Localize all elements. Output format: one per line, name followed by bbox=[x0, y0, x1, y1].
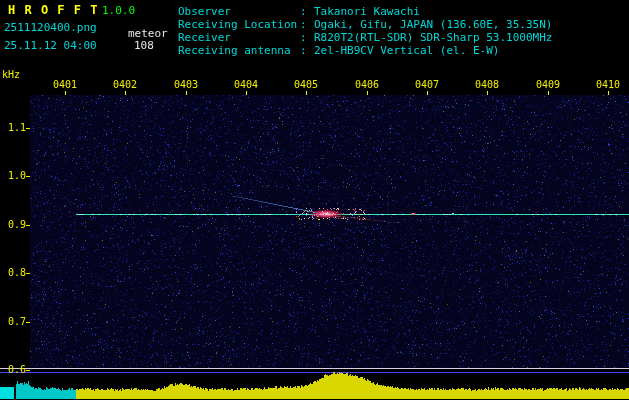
info-label: Observer bbox=[178, 5, 300, 18]
x-tick-label: 0405 bbox=[291, 79, 321, 90]
x-tick-label: 0401 bbox=[50, 79, 80, 90]
x-tick-label: 0404 bbox=[231, 79, 261, 90]
info-value: Ogaki, Gifu, JAPAN (136.60E, 35.35N) bbox=[314, 18, 552, 31]
y-tick-label: 0.8 bbox=[0, 267, 26, 278]
spectrogram-canvas bbox=[0, 0, 629, 400]
info-separator: : bbox=[300, 18, 314, 31]
station-info-panel: Observer : Takanori Kawachi Receiving Lo… bbox=[178, 5, 552, 57]
info-row-location: Receiving Location : Ogaki, Gifu, JAPAN … bbox=[178, 18, 552, 31]
x-tick-label: 0406 bbox=[352, 79, 382, 90]
x-tick-label: 0402 bbox=[110, 79, 140, 90]
info-value: R820T2(RTL-SDR) SDR-Sharp 53.1000MHz bbox=[314, 31, 552, 44]
x-tick-label: 0407 bbox=[412, 79, 442, 90]
y-tick-label: 0.6 bbox=[0, 364, 26, 375]
info-value: 2el-HB9CV Vertical (el. E-W) bbox=[314, 44, 499, 57]
y-tick-label: 1.1 bbox=[0, 122, 26, 133]
x-tick-label: 0403 bbox=[171, 79, 201, 90]
info-label: Receiving antenna bbox=[178, 44, 300, 57]
info-separator: : bbox=[300, 31, 314, 44]
observation-datetime: 25.11.12 04:00 bbox=[4, 39, 97, 52]
y-tick-label: 0.7 bbox=[0, 316, 26, 327]
info-separator: : bbox=[300, 5, 314, 18]
info-value: Takanori Kawachi bbox=[314, 5, 420, 18]
x-tick-label: 0409 bbox=[533, 79, 563, 90]
info-separator: : bbox=[300, 44, 314, 57]
info-row-observer: Observer : Takanori Kawachi bbox=[178, 5, 552, 18]
y-tick-label: 0.9 bbox=[0, 219, 26, 230]
info-row-antenna: Receiving antenna : 2el-HB9CV Vertical (… bbox=[178, 44, 552, 57]
app-title: H R O F F T bbox=[8, 3, 98, 17]
x-tick-label: 0408 bbox=[472, 79, 502, 90]
app-version: 1.0.0 bbox=[102, 4, 135, 17]
hrofft-output-screen: H R O F F T 1.0.0 2511120400.png meteor … bbox=[0, 0, 629, 400]
output-filename: 2511120400.png bbox=[4, 21, 97, 34]
y-axis-unit: kHz bbox=[2, 69, 20, 80]
x-tick-label: 0410 bbox=[593, 79, 623, 90]
count-value: 108 bbox=[134, 39, 154, 52]
y-tick-label: 1.0 bbox=[0, 170, 26, 181]
info-label: Receiver bbox=[178, 31, 300, 44]
info-row-receiver: Receiver : R820T2(RTL-SDR) SDR-Sharp 53.… bbox=[178, 31, 552, 44]
info-label: Receiving Location bbox=[178, 18, 300, 31]
